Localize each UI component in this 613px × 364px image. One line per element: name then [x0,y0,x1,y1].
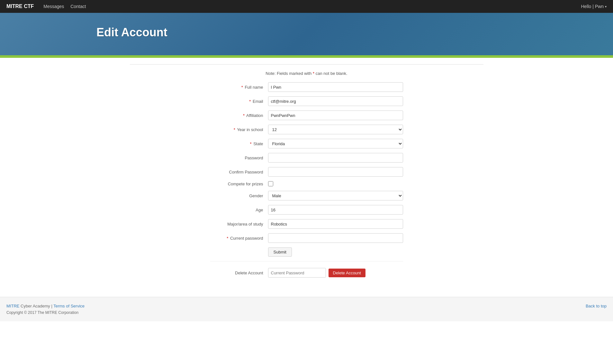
footer: MITRE Cyber Academy | Terms of Service C… [0,297,613,321]
footer-middle-text: Cyber Academy | [21,304,53,308]
state-label: * State [210,141,268,146]
full-name-input[interactable] [268,82,403,92]
major-label: Major/area of study [210,222,268,226]
year-in-school-row: * Year in school 8 9 10 11 12 [210,125,403,134]
current-password-input[interactable] [268,233,403,243]
affiliation-row: * Affiliation [210,111,403,120]
password-input[interactable] [268,153,403,163]
footer-copyright: Copyright © 2017 The MITRE Corporation [6,310,85,315]
age-input[interactable] [268,205,403,215]
gender-row: Gender Male Female Other Prefer not to s… [210,191,403,200]
note-text: Note: Fields marked with * can not be bl… [130,71,483,76]
compete-prizes-row: Compete for prizes [210,181,403,186]
current-password-row: * Current password [210,233,403,243]
delete-account-button[interactable]: Delete Account [329,269,365,277]
accent-bar [0,55,613,58]
delete-account-label: Delete Account [210,271,268,275]
navbar-brand[interactable]: MITRE CTF [6,4,34,9]
footer-left: MITRE Cyber Academy | Terms of Service C… [6,304,85,315]
state-select[interactable]: Alabama Alaska Arizona Arkansas Californ… [268,139,403,148]
email-input[interactable] [268,96,403,106]
nav-contact[interactable]: Contact [70,4,86,9]
footer-mitre-link[interactable]: MITRE [6,304,19,308]
chevron-down-icon: ▾ [605,5,607,8]
gender-select[interactable]: Male Female Other Prefer not to say [268,191,403,200]
delete-account-password-input[interactable] [268,268,326,278]
year-in-school-label: * Year in school [210,127,268,132]
confirm-password-label: Confirm Password [210,170,268,174]
full-name-row: * Full name [210,82,403,92]
email-row: * Email [210,96,403,106]
confirm-password-row: Confirm Password [210,167,403,177]
back-to-top-link[interactable]: Back to top [586,304,607,308]
major-input[interactable] [268,219,403,229]
navbar-links: Messages Contact [43,4,581,9]
edit-account-form: * Full name * Email * Affiliation * [210,82,403,284]
submit-button[interactable]: Submit [268,247,292,257]
compete-prizes-label: Compete for prizes [210,182,268,186]
affiliation-input[interactable] [268,111,403,120]
footer-links: MITRE Cyber Academy | Terms of Service [6,304,85,308]
required-star: * [313,71,314,76]
hero-banner: Edit Account [0,13,613,55]
gender-label: Gender [210,193,268,198]
footer-terms-link[interactable]: Terms of Service [53,304,85,308]
major-row: Major/area of study [210,219,403,229]
email-label: * Email [210,99,268,104]
navbar-user[interactable]: Hello | Pwn ▾ [581,4,607,9]
full-name-label: * Full name [210,85,268,90]
age-label: Age [210,208,268,212]
navbar: MITRE CTF Messages Contact Hello | Pwn ▾ [0,0,613,13]
submit-row: Submit [210,247,403,257]
navbar-user-greeting: Hello | Pwn [581,4,604,9]
confirm-password-input[interactable] [268,167,403,177]
main-content: Note: Fields marked with * can not be bl… [130,58,483,297]
state-row: * State Alabama Alaska Arizona Arkansas … [210,139,403,148]
nav-messages[interactable]: Messages [43,4,64,9]
footer-right: Back to top [586,304,607,308]
year-in-school-select[interactable]: 8 9 10 11 12 [268,125,403,134]
page-title: Edit Account [96,26,607,39]
password-label: Password [210,155,268,160]
password-row: Password [210,153,403,163]
compete-prizes-checkbox[interactable] [268,181,273,186]
current-password-label: * Current password [210,236,268,241]
affiliation-label: * Affiliation [210,113,268,118]
age-row: Age [210,205,403,215]
divider [130,64,483,65]
delete-account-section: Delete Account Delete Account [210,261,403,284]
